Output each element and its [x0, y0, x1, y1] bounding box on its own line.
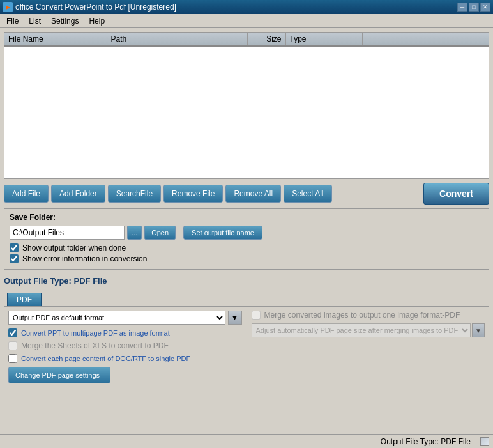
show-output-folder-label: Show output folder when done	[22, 243, 126, 252]
convert-page-content-label: Convert each page content of DOC/RTF to …	[21, 355, 190, 362]
menu-file[interactable]: File	[1, 15, 24, 27]
browse-button[interactable]: ...	[127, 226, 142, 240]
show-output-folder-row: Show output folder when done	[10, 243, 483, 252]
merge-images-label: Merge converted images to output one ima…	[264, 311, 460, 320]
adjust-pdf-size-row: Adjust automatically PDF page size after…	[252, 323, 485, 337]
pdf-tab-body: Output PDF as default format Output PDF …	[4, 306, 489, 442]
close-button[interactable]: ✕	[480, 3, 490, 12]
add-file-button[interactable]: Add File	[4, 185, 49, 203]
col-type: Type	[285, 33, 362, 46]
file-table: File Name Path Size Type	[4, 33, 489, 47]
pdf-right-panel: Merge converted images to output one ima…	[247, 311, 485, 438]
pdf-tab[interactable]: PDF	[7, 293, 42, 306]
toolbar: Add File Add Folder SearchFile Remove Fi…	[4, 183, 489, 205]
convert-page-content-row: Convert each page content of DOC/RTF to …	[8, 354, 242, 363]
convert-button[interactable]: Convert	[423, 183, 489, 205]
pdf-format-row: Output PDF as default format Output PDF …	[8, 311, 242, 325]
convert-page-content-checkbox[interactable]	[8, 354, 17, 363]
adjust-pdf-size-dropdown-btn: ▼	[472, 323, 485, 337]
col-size: Size	[247, 33, 285, 46]
col-filename: File Name	[4, 33, 107, 46]
status-bar: Output File Type: PDF File	[0, 434, 493, 448]
show-error-info-checkbox[interactable]	[10, 254, 19, 263]
pdf-format-select[interactable]: Output PDF as default format Output PDF …	[8, 311, 225, 325]
app-icon: ▶	[3, 2, 13, 12]
select-all-button[interactable]: Select All	[284, 185, 331, 203]
pdf-left-panel: Output PDF as default format Output PDF …	[8, 311, 247, 438]
folder-row: ... Open Set output file name	[10, 226, 483, 240]
set-output-button[interactable]: Set output file name	[183, 226, 262, 240]
show-error-info-label: Show error information in conversion	[22, 254, 147, 263]
remove-all-button[interactable]: Remove All	[225, 185, 281, 203]
minimize-button[interactable]: ─	[457, 3, 467, 12]
merge-sheets-checkbox[interactable]	[8, 341, 17, 350]
search-file-button[interactable]: SearchFile	[108, 185, 161, 203]
col-extra	[362, 33, 489, 46]
menu-bar: File List Settings Help	[0, 14, 493, 28]
folder-path-input[interactable]	[10, 226, 125, 240]
title-bar-controls: ─ □ ✕	[457, 3, 490, 12]
convert-ppt-multipage-label: Convert PPT to multipage PDF as image fo…	[21, 329, 170, 337]
resize-grip	[480, 437, 489, 446]
status-text: Output File Type: PDF File	[375, 436, 476, 447]
save-folder-label: Save Folder:	[10, 213, 483, 222]
save-folder-section: Save Folder: ... Open Set output file na…	[4, 208, 489, 270]
convert-ppt-multipage-row: Convert PPT to multipage PDF as image fo…	[8, 328, 242, 337]
title-bar: ▶ office Convert PowerPoint to Pdf [Unre…	[0, 0, 493, 14]
maximize-button[interactable]: □	[469, 3, 479, 12]
show-error-info-row: Show error information in conversion	[10, 254, 483, 263]
menu-settings[interactable]: Settings	[46, 15, 84, 27]
menu-help[interactable]: Help	[84, 15, 110, 27]
pdf-tab-header: PDF	[4, 291, 489, 306]
merge-sheets-label: Merge the Sheets of XLS to convert to PD…	[21, 341, 169, 350]
merge-images-checkbox[interactable]	[252, 311, 261, 320]
change-pdf-settings-button[interactable]: Change PDF page settings	[8, 367, 110, 383]
menu-list[interactable]: List	[24, 15, 46, 27]
pdf-format-dropdown-btn[interactable]: ▼	[228, 311, 242, 325]
add-folder-button[interactable]: Add Folder	[51, 185, 105, 203]
output-type-label: Output File Type: PDF File	[4, 274, 489, 287]
adjust-pdf-size-select[interactable]: Adjust automatically PDF page size after…	[252, 323, 471, 337]
merge-images-row: Merge converted images to output one ima…	[252, 311, 485, 320]
remove-file-button[interactable]: Remove File	[163, 185, 223, 203]
title-bar-text: office Convert PowerPoint to Pdf [Unregi…	[15, 3, 176, 12]
open-button[interactable]: Open	[144, 226, 176, 240]
merge-sheets-row: Merge the Sheets of XLS to convert to PD…	[8, 341, 242, 350]
show-output-folder-checkbox[interactable]	[10, 243, 19, 252]
col-path: Path	[107, 33, 247, 46]
main-content: File Name Path Size Type Add File Add Fo…	[0, 28, 493, 448]
file-table-container: File Name Path Size Type	[4, 32, 489, 179]
convert-ppt-multipage-checkbox[interactable]	[8, 328, 17, 337]
pdf-tab-container: PDF Output PDF as default format Output …	[4, 291, 489, 444]
